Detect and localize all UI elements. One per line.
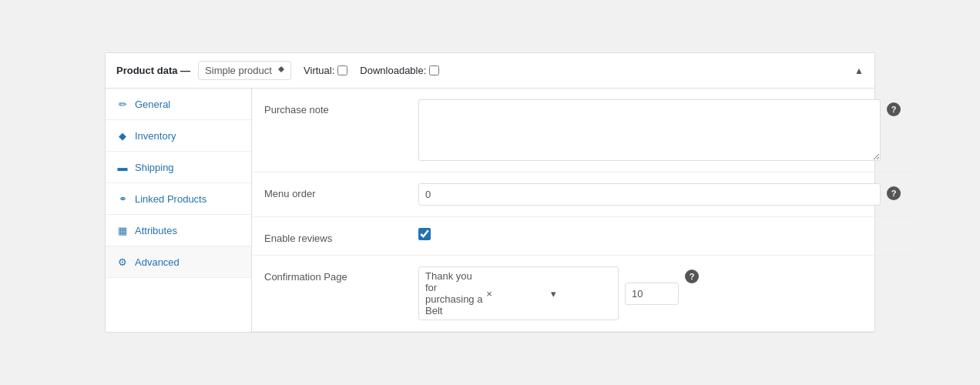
sidebar-item-shipping[interactable]: ▬ Shipping <box>106 152 251 183</box>
collapse-arrow-icon[interactable]: ▲ <box>854 65 864 76</box>
confirmation-page-clear-icon[interactable]: × <box>486 288 547 300</box>
purchase-note-control: ? <box>418 99 901 161</box>
sidebar-item-linked-products[interactable]: ⚭ Linked Products <box>106 183 251 215</box>
menu-order-input[interactable] <box>418 183 881 206</box>
sidebar-item-attributes[interactable]: ▦ Attributes <box>106 215 251 246</box>
purchase-note-help-icon[interactable]: ? <box>887 102 901 116</box>
confirmation-page-value: Thank you for purchasing a Belt <box>425 270 486 316</box>
menu-order-row: Menu order ? <box>252 172 913 217</box>
purchase-note-textarea[interactable] <box>418 99 881 161</box>
confirmation-page-arrow-icon[interactable]: ▾ <box>551 288 612 300</box>
virtual-checkbox[interactable] <box>337 65 347 75</box>
confirmation-page-label: Confirmation Page <box>264 266 418 283</box>
confirmation-page-row: Confirmation Page Thank you for purchasi… <box>252 256 913 332</box>
sidebar-item-inventory[interactable]: ◆ Inventory <box>106 120 251 152</box>
confirmation-page-select[interactable]: Thank you for purchasing a Belt × ▾ <box>418 266 619 320</box>
sidebar-item-general[interactable]: ✏ General <box>106 89 251 120</box>
panel-header: Product data — Simple product Virtual: D… <box>106 53 874 89</box>
sidebar-label-advanced: Advanced <box>135 256 180 268</box>
content-area: Purchase note ? Menu order ? Enable revi… <box>252 89 913 332</box>
confirmation-page-control: Thank you for purchasing a Belt × ▾ ? <box>418 266 901 320</box>
menu-order-label: Menu order <box>264 183 418 199</box>
panel-body: ✏ General ◆ Inventory ▬ Shipping ⚭ Linke… <box>106 89 874 332</box>
sidebar-item-advanced[interactable]: ⚙ Advanced <box>106 246 251 278</box>
menu-order-help-icon[interactable]: ? <box>887 186 901 200</box>
gear-icon: ⚙ <box>116 256 129 268</box>
product-type-select[interactable]: Simple product <box>198 61 291 80</box>
wrench-icon: ✏ <box>116 98 129 110</box>
grid-icon: ▦ <box>116 224 129 236</box>
product-data-panel: Product data — Simple product Virtual: D… <box>105 52 875 333</box>
virtual-downloadable-group: Virtual: Downloadable: <box>304 65 439 76</box>
enable-reviews-checkbox[interactable] <box>418 228 431 240</box>
sidebar-label-general: General <box>135 99 170 110</box>
purchase-note-label: Purchase note <box>264 99 418 116</box>
enable-reviews-label: Enable reviews <box>264 228 418 244</box>
sidebar-label-inventory: Inventory <box>135 130 176 142</box>
diamond-icon: ◆ <box>116 129 129 142</box>
confirmation-page-help-icon[interactable]: ? <box>685 270 699 283</box>
downloadable-checkbox[interactable] <box>429 65 439 75</box>
enable-reviews-row: Enable reviews <box>252 217 913 256</box>
virtual-label[interactable]: Virtual: <box>304 65 347 76</box>
link-icon: ⚭ <box>116 192 129 205</box>
truck-icon: ▬ <box>116 161 129 173</box>
confirmation-page-order-input[interactable] <box>625 283 679 305</box>
menu-order-control: ? <box>418 183 901 206</box>
confirmation-page-inner: Thank you for purchasing a Belt × ▾ <box>418 266 679 320</box>
downloadable-label[interactable]: Downloadable: <box>360 65 439 76</box>
enable-reviews-checkbox-field <box>418 228 431 240</box>
sidebar-label-shipping: Shipping <box>135 162 174 173</box>
sidebar: ✏ General ◆ Inventory ▬ Shipping ⚭ Linke… <box>106 89 252 332</box>
sidebar-label-linked-products: Linked Products <box>135 193 206 205</box>
enable-reviews-control <box>418 228 901 240</box>
sidebar-label-attributes: Attributes <box>135 225 177 236</box>
purchase-note-row: Purchase note ? <box>252 89 913 172</box>
panel-title: Product data — <box>116 65 190 76</box>
